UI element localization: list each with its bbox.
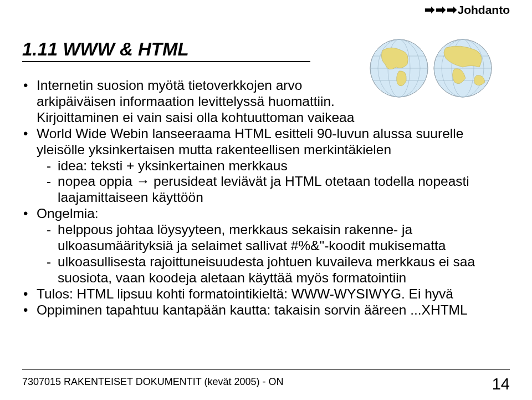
sub-bullet-item: nopea oppia → perusideat leviävät ja HTM… — [47, 174, 510, 206]
bullet-text: Ongelmia: — [37, 206, 99, 221]
bullet-item: Internetin suosion myötä tietoverkkojen … — [22, 78, 510, 126]
footer-course-info: 7307015 RAKENTEISET DOKUMENTIT (kevät 20… — [22, 376, 284, 388]
sub-bullet-item: ulkoasullisesta rajoittuneisuudesta joht… — [47, 254, 510, 286]
bullet-text: Internetin suosion myötä tietoverkkojen … — [37, 78, 358, 126]
bullet-item: Oppiminen tapahtuu kantapään kautta: tak… — [22, 302, 510, 318]
sub-bullet-text: helppous johtaa löysyyteen, merkkaus sek… — [58, 222, 446, 253]
sub-bullet-text: idea: teksti + yksinkertainen merkkaus — [58, 158, 288, 173]
arrow-right-icon: → — [136, 174, 150, 189]
sub-bullet-text: nopea oppia — [58, 174, 136, 189]
bullet-item: Tulos: HTML lipsuu kohti formatointikiel… — [22, 286, 510, 302]
slide-title: 1.11 WWW & HTML — [22, 39, 310, 62]
arrow-right-icon: ➡ — [436, 4, 446, 16]
page-number: 14 — [492, 375, 510, 393]
breadcrumb: ➡ ➡ ➡ Johdanto — [424, 3, 510, 17]
bullet-item: World Wide Webin lanseeraama HTML esitte… — [22, 126, 510, 206]
bullet-text: Oppiminen tapahtuu kantapään kautta: tak… — [37, 302, 468, 317]
sub-bullet-item: helppous johtaa löysyyteen, merkkaus sek… — [47, 222, 510, 254]
arrow-right-icon: ➡ — [447, 4, 457, 16]
bullet-text: World Wide Webin lanseeraama HTML esitte… — [37, 126, 463, 157]
sub-bullet-text: ulkoasullisesta rajoittuneisuudesta joht… — [58, 254, 475, 285]
bullet-text: Tulos: HTML lipsuu kohti formatointikiel… — [37, 286, 453, 301]
sub-bullet-item: idea: teksti + yksinkertainen merkkaus — [47, 158, 510, 174]
arrow-right-icon: ➡ — [424, 4, 434, 16]
breadcrumb-label: Johdanto — [458, 3, 510, 17]
bullet-item: Ongelmia: helppous johtaa löysyyteen, me… — [22, 206, 510, 286]
divider — [22, 369, 510, 371]
slide-body: Internetin suosion myötä tietoverkkojen … — [22, 78, 510, 318]
slide: ➡ ➡ ➡ Johdanto 1.11 WWW & HTML — [0, 0, 532, 400]
